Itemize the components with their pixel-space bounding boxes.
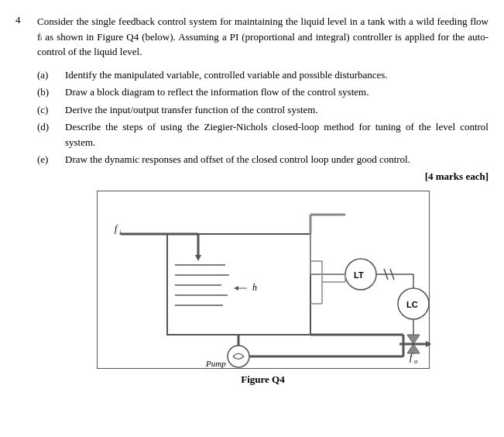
subpart-c: (c) Derive the input/output transfer fun… <box>37 102 489 118</box>
subpart-c-label: (c) <box>37 102 65 118</box>
figure-box: h f i <box>97 191 430 369</box>
subpart-a-label: (a) <box>37 67 65 83</box>
subpart-b-label: (b) <box>37 84 65 100</box>
question-number: 4 <box>15 14 37 386</box>
subpart-e: (e) Draw the dynamic responses and offse… <box>37 152 489 167</box>
svg-text:h: h <box>252 282 257 293</box>
figure-caption: Figure Q4 <box>241 373 284 386</box>
svg-marker-8 <box>234 286 238 291</box>
subpart-d-text: Describe the steps of using the Ziegier-… <box>65 119 489 150</box>
subpart-d: (d) Describe the steps of using the Zieg… <box>37 119 489 150</box>
subpart-a-text: Identify the manipulated variable, contr… <box>65 67 489 83</box>
svg-marker-35 <box>426 341 430 347</box>
svg-text:Pump: Pump <box>205 359 226 368</box>
figure-wrap: h f i <box>37 191 489 386</box>
subpart-b-text: Draw a block diagram to reflect the info… <box>65 84 489 100</box>
svg-marker-28 <box>407 335 420 344</box>
svg-text:f: f <box>115 223 118 234</box>
subpart-e-text: Draw the dynamic responses and offset of… <box>65 152 489 167</box>
subpart-e-label: (e) <box>37 152 65 167</box>
svg-point-39 <box>228 346 249 367</box>
marks-label: [4 marks each] <box>37 170 489 183</box>
diagram-svg: h f i <box>98 191 430 370</box>
svg-text:LC: LC <box>406 300 418 309</box>
svg-text:LT: LT <box>354 270 364 280</box>
svg-rect-0 <box>167 234 310 335</box>
question-intro: Consider the single feedback control sys… <box>37 14 489 60</box>
subpart-c-text: Derive the input/output transfer functio… <box>65 102 489 118</box>
question-content: Consider the single feedback control sys… <box>37 14 489 386</box>
svg-marker-11 <box>195 255 201 261</box>
question-block: 4 Consider the single feedback control s… <box>15 14 489 386</box>
subpart-a: (a) Identify the manipulated variable, c… <box>37 67 489 83</box>
subpart-b: (b) Draw a block diagram to reflect the … <box>37 84 489 100</box>
subparts-list: (a) Identify the manipulated variable, c… <box>37 67 489 167</box>
svg-text:o: o <box>414 357 418 365</box>
subpart-d-label: (d) <box>37 119 65 150</box>
